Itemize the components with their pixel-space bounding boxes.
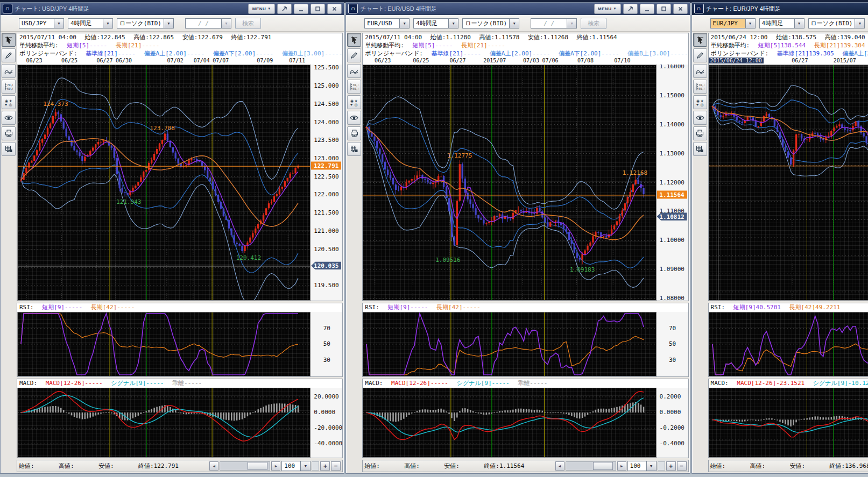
search-button[interactable]: 検索 [235, 18, 261, 29]
cursor-tool-button[interactable] [2, 33, 16, 47]
chevron-down-icon[interactable]: ▼ [54, 18, 64, 29]
indicator-tool-button[interactable] [347, 64, 361, 78]
scrollbar-thumb[interactable] [248, 462, 267, 470]
menu-button[interactable]: MENU ▼ [594, 4, 621, 14]
grid-save-tool-button[interactable] [2, 142, 16, 156]
close-button[interactable] [673, 4, 688, 14]
scroll-left-button[interactable]: ◀ [555, 461, 564, 471]
rsi-chart[interactable] [363, 312, 656, 376]
bar-count-select[interactable]: 100 ▼ [627, 461, 657, 471]
print-tool-button[interactable] [2, 126, 16, 140]
grid-save-tool-button[interactable] [693, 142, 707, 156]
symbols-tool-button[interactable]: ◉★♥◎ [347, 95, 361, 109]
minimize-button[interactable] [294, 4, 308, 14]
sma-label: 単純移動平均: [19, 42, 59, 49]
zoom-out-button[interactable]: − [677, 461, 687, 471]
chevron-down-icon[interactable]: ▼ [567, 18, 577, 29]
chevron-down-icon[interactable]: ▼ [794, 18, 805, 29]
menu-button[interactable]: MENU ▼ [248, 4, 275, 14]
scroll-right-button[interactable]: ▶ [271, 461, 280, 471]
indicator-tool-button[interactable] [693, 64, 707, 78]
axis-scale-tool-button[interactable]: 70,060,0 [347, 80, 361, 94]
chart-type-select[interactable]: ローソク(BID) ▼ [808, 18, 865, 29]
price-axis[interactable]: 125.500125.000124.500124.000123.500123.0… [310, 65, 342, 301]
price-tick: 125.500 [314, 65, 338, 71]
grid-save-tool-button[interactable] [347, 142, 361, 156]
maximize-button[interactable] [657, 4, 671, 14]
chart-scrollbar[interactable] [566, 461, 616, 471]
chart-scrollbar[interactable] [220, 461, 270, 471]
pencil-tool-button[interactable] [693, 48, 707, 62]
scroll-right-button[interactable]: ▶ [617, 461, 626, 471]
rsi-chart[interactable] [709, 312, 868, 376]
sma-readout: 単純移動平均: 短期[5]138.544 長期[21]139.304 [709, 41, 868, 49]
macd-chart[interactable] [17, 388, 310, 458]
print-tool-button[interactable] [693, 126, 707, 140]
minimize-button[interactable] [640, 4, 654, 14]
cursor-icon [696, 36, 704, 44]
axis-scale-tool-button[interactable]: 70,060,0 [2, 80, 16, 94]
candlestick-chart[interactable]: 1.127751.121681.095161.09183 [363, 65, 656, 301]
scrollbar-thumb[interactable] [593, 462, 613, 470]
bar-count-select[interactable]: 100 ▼ [281, 461, 310, 471]
chevron-down-icon[interactable]: ▼ [221, 18, 231, 29]
timeframe-select[interactable]: 4時間足 ▼ [413, 18, 458, 29]
visibility-tool-button[interactable] [693, 111, 707, 125]
scroll-left-button[interactable]: ◀ [209, 461, 218, 471]
search-button[interactable]: 検索 [581, 18, 606, 29]
date-search-field[interactable]: / / ▼ [531, 18, 577, 29]
chevron-down-icon[interactable]: ▼ [646, 461, 657, 471]
pair-select[interactable]: USD/JPY ▼ [19, 18, 64, 29]
print-tool-button[interactable] [347, 126, 361, 140]
close-button[interactable] [327, 4, 342, 14]
macd-signal-value: ----- [146, 380, 164, 387]
macd-chart[interactable] [363, 388, 656, 458]
date-label: 06/30 [116, 58, 132, 63]
pair-select[interactable]: EUR/USD ▼ [364, 18, 410, 29]
axis-scale-tool-button[interactable]: 70,060,0 [693, 80, 707, 94]
popout-button[interactable] [623, 4, 638, 14]
symbols-tool-button[interactable]: ◉★♥◎ [693, 95, 707, 109]
rsi-chart[interactable] [17, 312, 310, 376]
pencil-tool-button[interactable] [347, 48, 361, 62]
visibility-tool-button[interactable] [347, 111, 361, 125]
status-close-label: 終値: [138, 462, 154, 469]
popout-button[interactable] [277, 4, 292, 14]
indicator-tool-button[interactable] [2, 64, 16, 78]
timeframe-select[interactable]: 4時間足 ▼ [759, 18, 805, 29]
maximize-button[interactable] [310, 4, 325, 14]
chart-type-select[interactable]: ローソク(BID) ▼ [117, 18, 174, 29]
zoom-out-button[interactable]: − [331, 461, 341, 471]
chevron-down-icon[interactable]: ▼ [399, 18, 410, 29]
chart-type-select[interactable]: ローソク(BID) ▼ [462, 18, 519, 29]
chevron-down-icon[interactable]: ▼ [509, 18, 519, 29]
visibility-tool-button[interactable] [2, 111, 16, 125]
cursor-tool-button[interactable] [347, 33, 361, 47]
pair-select-value: USD/JPY [19, 18, 54, 29]
symbols-tool-button[interactable]: ◉★♥◎ [2, 95, 16, 109]
price-axis[interactable]: 1.160001.150001.140001.130001.120001.110… [657, 65, 688, 301]
zoom-in-button[interactable]: ＋ [320, 461, 330, 471]
chevron-down-icon[interactable]: ▼ [855, 18, 865, 29]
titlebar[interactable]: ∩ チャート: USD/JPY 4時間足 MENU ▼ [1, 3, 344, 15]
chevron-down-icon[interactable]: ▼ [448, 18, 458, 29]
sma-short-label: 短期[5] [413, 42, 435, 49]
spacer-button [658, 461, 665, 471]
macd-chart[interactable] [709, 388, 868, 458]
chevron-down-icon[interactable]: ▼ [745, 18, 756, 29]
timeframe-select[interactable]: 4時間足 ▼ [68, 18, 113, 29]
chevron-down-icon[interactable]: ▼ [103, 18, 113, 29]
date-search-field[interactable]: / / ▼ [185, 18, 231, 29]
cursor-tool-button[interactable] [693, 33, 707, 47]
maximize-icon [315, 6, 321, 12]
candlestick-chart[interactable]: 137.283133.357 [709, 65, 868, 301]
titlebar[interactable]: ∩ チャート: EUR/JPY 4時間足 MENU ▼ [692, 3, 868, 15]
candlestick-chart[interactable]: 124.373123.708121.943120.412 [17, 65, 310, 301]
chevron-down-icon[interactable]: ▼ [300, 461, 310, 471]
zoom-in-button[interactable]: ＋ [666, 461, 676, 471]
pencil-tool-button[interactable] [2, 48, 16, 62]
titlebar[interactable]: ∩ チャート: EUR/USD 4時間足 MENU ▼ [346, 3, 689, 15]
chevron-down-icon[interactable]: ▼ [164, 18, 174, 29]
macd-divergence-value: ----- [530, 380, 547, 387]
pair-select[interactable]: EUR/JPY ▼ [710, 18, 756, 29]
